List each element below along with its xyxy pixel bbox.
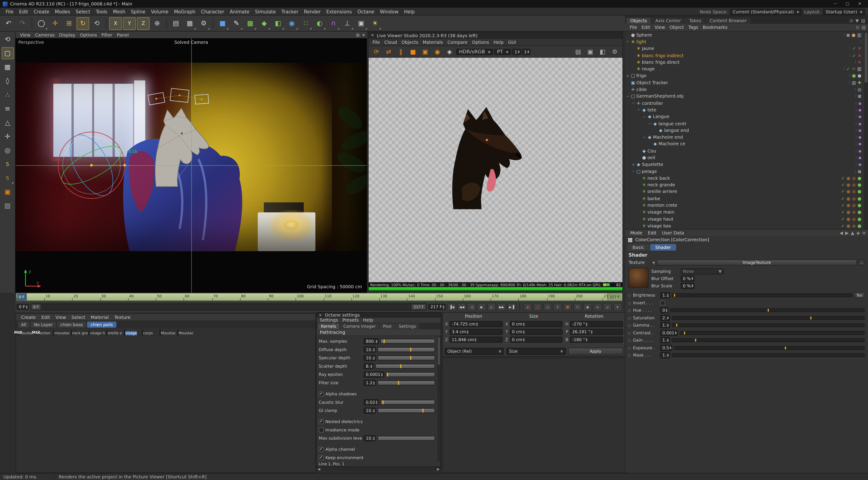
material-label[interactable]: corps bbox=[143, 331, 153, 336]
scroll-left-icon[interactable]: ◀ bbox=[318, 467, 320, 471]
keyframe-dot-icon[interactable]: ○ bbox=[627, 331, 631, 335]
add-field-button[interactable]: ◐ bbox=[313, 17, 326, 30]
tag-icon[interactable]: ● bbox=[852, 223, 856, 228]
tag-icon[interactable]: ▪ bbox=[858, 128, 861, 133]
tag-icon[interactable]: ▪ bbox=[858, 142, 861, 147]
live-viewer-menu-item[interactable]: Compare bbox=[445, 40, 470, 45]
value-field[interactable]: 0.001 ▲▼ bbox=[660, 330, 678, 336]
lv-sync-button[interactable]: ⇄ bbox=[383, 47, 394, 57]
lv-spin2[interactable]: 1▲▼ bbox=[522, 49, 530, 55]
checkbox[interactable] bbox=[319, 419, 324, 424]
menu-item[interactable]: MoGraph bbox=[171, 9, 198, 14]
render-picture-viewer-button[interactable]: ▦ bbox=[184, 17, 196, 30]
slider-handle[interactable] bbox=[674, 294, 675, 297]
tag-icon[interactable]: ✓ bbox=[841, 176, 845, 181]
tag-icon[interactable]: ∶ bbox=[843, 66, 845, 71]
tree-row[interactable]: ✳ menton crete ✓ ● ● ● bbox=[625, 202, 868, 209]
slider-track[interactable] bbox=[672, 353, 865, 357]
menu-item[interactable]: Window bbox=[377, 9, 401, 14]
rotation-gizmo[interactable] bbox=[53, 126, 130, 204]
material-thumbnail[interactable] bbox=[124, 329, 125, 336]
size-value-field[interactable]: 0 cm▲▼ bbox=[510, 329, 563, 335]
expand-toggle-icon[interactable]: − bbox=[625, 40, 630, 44]
tag-icon[interactable]: ● bbox=[852, 216, 856, 221]
goto-end-button[interactable]: ▶▐ bbox=[507, 303, 516, 311]
node-space-select[interactable]: Current (Standard/Physical)▼ bbox=[730, 9, 802, 15]
viewport-menu-item[interactable]: Panel bbox=[115, 32, 131, 37]
material-item[interactable]: corps bbox=[142, 330, 158, 335]
octane-tab[interactable]: Kernels bbox=[318, 323, 339, 329]
tree-row[interactable]: ✳ oreille arriere ✓ ● ● ● bbox=[625, 188, 868, 195]
object-label[interactable]: visage haut bbox=[648, 216, 673, 221]
slider-track[interactable] bbox=[378, 347, 435, 352]
timeline-playhead[interactable]: 0 F bbox=[17, 293, 27, 300]
attributes-menu-item[interactable]: Mode bbox=[627, 230, 645, 235]
value-field[interactable]: 0.02 ▲▼ bbox=[364, 399, 379, 405]
record-keyframe-button[interactable]: ◉ bbox=[523, 303, 532, 311]
menu-item[interactable]: Volume bbox=[148, 9, 171, 14]
material-menu-item[interactable]: Edit bbox=[38, 315, 53, 320]
spinner-arrows[interactable]: ▲▼ bbox=[26, 305, 28, 309]
minimize-button[interactable]: ─ bbox=[830, 2, 841, 6]
manager-tab[interactable]: Axis Center bbox=[651, 18, 685, 24]
objects-menu-item[interactable]: View bbox=[652, 25, 667, 30]
value-field[interactable]: 800. ▲▼ bbox=[364, 338, 379, 344]
tag-icon[interactable]: ▥ bbox=[857, 66, 861, 71]
vp-maximize-icon[interactable]: ⊞ bbox=[356, 32, 360, 37]
spinner-arrows[interactable]: ▲▼ bbox=[443, 305, 444, 309]
material-item[interactable]: Moustac bbox=[178, 330, 193, 335]
size-mode-select[interactable]: Size▼ bbox=[506, 348, 566, 355]
spinner-arrows[interactable]: ▲▼ bbox=[591, 330, 593, 334]
slider-track[interactable] bbox=[672, 316, 865, 320]
tag-icon[interactable]: ▥ bbox=[852, 80, 856, 85]
camera-label[interactable]: Solved Camera bbox=[16, 40, 367, 45]
spinner-arrows[interactable]: ▲▼ bbox=[523, 322, 525, 326]
add-floor-button[interactable]: ⊥ bbox=[341, 17, 354, 30]
tag-icon[interactable]: ∶ bbox=[849, 80, 850, 85]
expand-toggle-icon[interactable]: − bbox=[642, 135, 647, 140]
tag-icon[interactable]: ▪ bbox=[858, 155, 861, 160]
material-thumbnail[interactable]: MIX bbox=[35, 329, 36, 336]
material-item[interactable]: MIX Moustac bbox=[18, 330, 34, 335]
tree-row[interactable]: − ▢ pelage ∶ ◼ bbox=[625, 168, 868, 175]
attr-up-button[interactable]: ▲ bbox=[851, 230, 854, 235]
prev-key-button[interactable]: ◀◀ bbox=[457, 303, 466, 311]
material-thumbnail[interactable] bbox=[142, 329, 143, 336]
live-viewer-menu-item[interactable]: Options bbox=[470, 40, 491, 45]
live-viewer-menu-item[interactable]: Cloud bbox=[382, 40, 399, 45]
layout-select[interactable]: Startup (User)▼ bbox=[823, 9, 865, 15]
tag-icon[interactable]: ✓ bbox=[841, 182, 845, 187]
material-item[interactable]: MIX menton bbox=[35, 330, 52, 335]
attr-lock-icon[interactable]: ◈ bbox=[857, 230, 860, 235]
object-label[interactable]: Machoire end bbox=[653, 135, 683, 140]
tag-icon[interactable]: ∶ bbox=[856, 101, 857, 106]
value-field[interactable]: 1.2 ▲▼ bbox=[364, 380, 376, 386]
viewport-solo-button[interactable]: ◎ bbox=[1, 144, 13, 156]
live-viewer-menu-item[interactable]: GUI bbox=[506, 40, 518, 45]
make-editable-button[interactable]: ⟲ bbox=[1, 33, 13, 46]
tag-icon[interactable]: ● bbox=[846, 203, 850, 208]
axis-x-toggle[interactable]: X bbox=[109, 17, 122, 30]
size-value-field[interactable]: 0 cm▲▼ bbox=[510, 321, 563, 327]
menu-item[interactable]: Select bbox=[73, 9, 93, 14]
lv-camera-button[interactable]: ▣ bbox=[585, 47, 596, 57]
tag-icon[interactable]: ▪ bbox=[858, 135, 861, 140]
spinner-arrows[interactable]: ▲▼ bbox=[475, 338, 476, 341]
tree-row[interactable]: ◆ Cou ∶ ▪ bbox=[625, 148, 868, 154]
tag-icon[interactable]: ● bbox=[858, 216, 861, 221]
tree-row[interactable]: + ◆ Squelette ∶ ▪ bbox=[625, 161, 868, 168]
autokeying-button[interactable]: ◯ bbox=[533, 303, 542, 311]
viewport-menu-item[interactable]: Cameras bbox=[33, 32, 57, 37]
tree-row[interactable]: ◆ langue end ∶ ▪ bbox=[625, 127, 868, 134]
add-boole-button[interactable]: ◧ bbox=[272, 17, 284, 30]
tag-icon[interactable]: ● bbox=[852, 210, 856, 215]
spinner-arrows[interactable]: ▲▼ bbox=[527, 50, 529, 54]
keyframe-dot-icon[interactable]: ○ bbox=[627, 301, 631, 305]
object-label[interactable]: GermanShepherd.obj bbox=[637, 94, 684, 99]
rotation-value-field[interactable]: -180 °▲▼ bbox=[570, 336, 623, 343]
material-menu-item[interactable]: Texture bbox=[112, 315, 133, 320]
viewport-menu-item[interactable]: Filter bbox=[99, 32, 115, 37]
objects-menu-item[interactable]: Object bbox=[667, 25, 686, 30]
lv-settings-button[interactable]: ⚙ bbox=[609, 47, 620, 57]
value-field[interactable]: 1. ▲▼ bbox=[660, 292, 670, 298]
